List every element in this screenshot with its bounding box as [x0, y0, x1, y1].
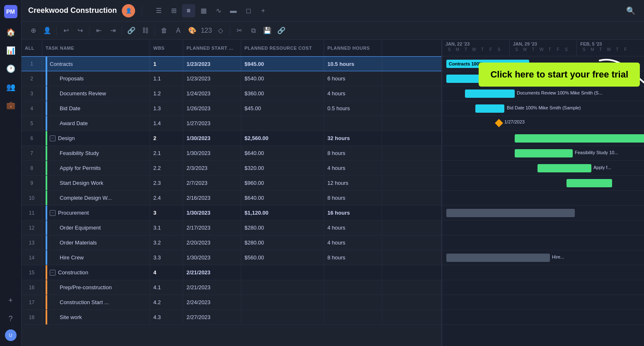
table-row[interactable]: 7 Feasibility Study 2.1 1/30/2023 $640.0…	[22, 146, 441, 161]
row-num: 12	[22, 220, 42, 235]
start-cell: 1/30/2023	[183, 206, 241, 220]
wbs-cell: 2.4	[150, 191, 183, 205]
table-row[interactable]: 9 Start Design Work 2.3 2/7/2023 $960.00…	[22, 176, 441, 191]
copy-btn[interactable]: ⧉	[247, 24, 260, 37]
view-gantt-btn[interactable]: ≡	[182, 4, 195, 17]
day-s: S	[445, 47, 453, 52]
free-trial-banner[interactable]: Click here to start your free trial	[479, 63, 640, 87]
task-color-bar	[46, 280, 47, 295]
cost-cell: $360.00	[241, 86, 324, 101]
view-timeline-btn[interactable]: ∿	[212, 4, 225, 17]
group-toggle[interactable]: −	[50, 210, 56, 216]
wbs-cell: 1.4	[150, 116, 183, 131]
app-logo[interactable]: PM	[4, 5, 17, 18]
table-row[interactable]: 6 − Design 2 1/30/2023 $2,560.00 32 hour…	[22, 131, 441, 146]
table-row[interactable]: 12 Order Equipment 3.1 2/17/2023 $280.00…	[22, 220, 441, 235]
color-btn[interactable]: 🎨	[186, 24, 199, 37]
text-btn[interactable]: A	[172, 24, 185, 37]
sidebar-item-portfolio[interactable]: 💼	[3, 98, 18, 113]
task-name-cell: Award Date	[42, 116, 150, 131]
sidebar-item-analytics[interactable]: 📊	[3, 43, 18, 58]
task-name-text: Proposals	[50, 75, 84, 82]
table-row[interactable]: 16 Prep/Pre-construction 4.1 2/21/2023	[22, 280, 441, 295]
task-name-text: Prep/Pre-construction	[50, 284, 112, 290]
add-user-btn[interactable]: 👤	[41, 24, 54, 37]
table-row[interactable]: 3 Documents Review 1.2 1/24/2023 $360.00…	[22, 86, 441, 101]
task-color-bar	[46, 146, 47, 160]
wbs-cell: 4.2	[150, 295, 183, 310]
gantt-row	[442, 310, 644, 325]
number-btn[interactable]: 123	[200, 24, 213, 37]
top-header: Creekwood Construction 👤 ☰ ⊞ ≡ ▦ ∿ ▬ ◻ +…	[22, 0, 644, 22]
table-row[interactable]: 8 Apply for Permits 2.2 2/3/2023 $320.00…	[22, 161, 441, 176]
table-row[interactable]: 17 Construction Start ... 4.2 2/24/2023	[22, 295, 441, 310]
shape-btn[interactable]: ◇	[214, 24, 227, 37]
gantt-bar-label: Contracts 100%	[449, 61, 483, 66]
view-table-btn[interactable]: ▦	[197, 4, 210, 17]
task-name-text: Design	[58, 135, 75, 141]
gantt-row: 1/27/2023	[442, 116, 644, 131]
task-color-bar	[46, 295, 47, 310]
sidebar-item-help[interactable]: ?	[3, 311, 18, 326]
gantt-bar-label: Hire...	[552, 254, 564, 259]
view-list-btn[interactable]: ☰	[152, 4, 165, 17]
table-row[interactable]: 14 Hire Crew 3.3 1/30/2023 $560.00 8 hou…	[22, 250, 441, 265]
cost-cell	[241, 116, 324, 131]
indent-btn[interactable]: ⇥	[106, 24, 119, 37]
gantt-row	[442, 206, 644, 220]
undo-btn[interactable]: ↩	[59, 24, 73, 37]
sidebar-item-team[interactable]: 👥	[3, 80, 18, 94]
table-row[interactable]: 2 Proposals 1.1 1/23/2023 $540.00 6 hour…	[22, 71, 441, 86]
table-row[interactable]: 10 Complete Design W... 2.4 2/16/2023 $6…	[22, 191, 441, 206]
table-row[interactable]: 18 Site work 4.3 2/27/2023	[22, 310, 441, 325]
view-doc-btn[interactable]: ◻	[242, 4, 255, 17]
milestone-diamond	[495, 119, 503, 127]
table-row[interactable]: 15 − Construction 4 2/21/2023	[22, 265, 441, 280]
project-avatar[interactable]: 👤	[122, 4, 135, 17]
sidebar-item-add[interactable]: +	[3, 293, 18, 308]
table-row[interactable]: 5 Award Date 1.4 1/27/2023	[22, 116, 441, 131]
view-add-btn[interactable]: +	[257, 4, 270, 17]
task-name-cell: Prep/Pre-construction	[42, 280, 150, 295]
content-area: ALL TASK NAME WBS PLANNED START ... PLAN…	[22, 40, 644, 346]
table-row[interactable]: 4 Bid Date 1.3 1/26/2023 $45.00 0.5 hour…	[22, 101, 441, 116]
cut-btn[interactable]: ✂	[232, 24, 246, 37]
cost-cell: $2,560.00	[241, 131, 324, 145]
table-row[interactable]: 11 − Procurement 3 1/30/2023 $1,120.00 1…	[22, 206, 441, 220]
week-days: S M T W T F	[580, 47, 641, 52]
group-toggle[interactable]: −	[50, 270, 56, 276]
day-f: F	[622, 47, 629, 52]
hours-cell	[324, 310, 382, 324]
user-avatar-sidebar[interactable]: U	[5, 329, 17, 341]
task-name-cell: − Design	[42, 131, 150, 145]
gantt-row	[442, 295, 644, 310]
redo-btn[interactable]: ↪	[73, 24, 87, 37]
search-button[interactable]: 🔍	[624, 4, 637, 17]
day-t2: T	[479, 47, 486, 52]
task-name-cell: Start Design Work	[42, 176, 150, 190]
col-header-wbs: WBS	[150, 40, 183, 56]
view-calendar-btn[interactable]: ▬	[227, 4, 240, 17]
start-cell: 2/7/2023	[183, 176, 241, 190]
delete-btn[interactable]: 🗑	[157, 24, 171, 37]
task-color-bar	[46, 206, 47, 220]
group-toggle[interactable]: −	[50, 135, 56, 141]
table-row[interactable]: 13 Order Materials 3.2 2/20/2023 $280.00…	[22, 235, 441, 250]
share-link-btn[interactable]: 🔗	[275, 24, 288, 37]
outdent-btn[interactable]: ⇤	[92, 24, 105, 37]
sep5	[155, 26, 155, 36]
add-task-btn[interactable]: ⊕	[27, 24, 40, 37]
table-row[interactable]: 1 Contracts 1 1/23/2023 $945.00 10.5 hou…	[22, 56, 441, 71]
unlink-btn[interactable]: ⛓	[139, 24, 152, 37]
view-columns-btn[interactable]: ⊞	[167, 4, 180, 17]
row-num: 13	[22, 235, 42, 250]
sidebar-item-history[interactable]: 🕐	[3, 61, 18, 76]
sidebar-item-home[interactable]: 🏠	[3, 25, 18, 40]
day-t2: T	[546, 47, 554, 52]
save-btn[interactable]: 💾	[261, 24, 274, 37]
task-name-cell: Apply for Permits	[42, 161, 150, 175]
start-cell: 2/21/2023	[183, 265, 241, 280]
task-name-text: Hire Crew	[50, 254, 84, 261]
task-name-cell: Construction Start ...	[42, 295, 150, 310]
link-btn[interactable]: 🔗	[125, 24, 138, 37]
